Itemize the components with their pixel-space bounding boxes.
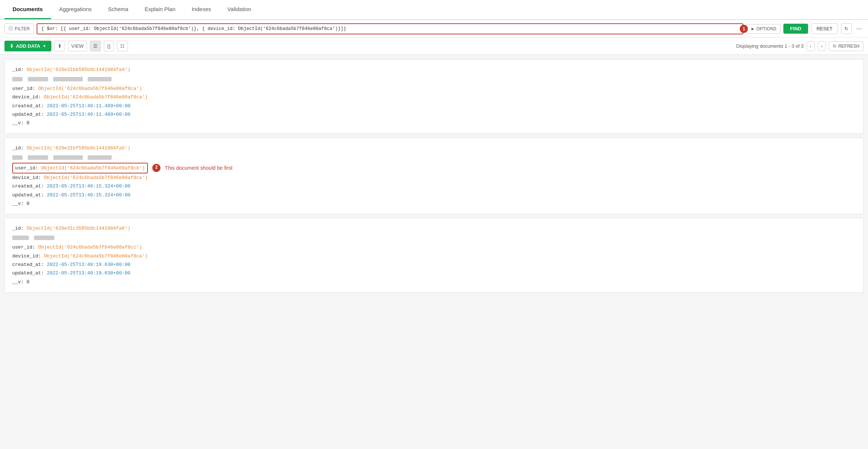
doc3-redacted-line <box>12 234 856 242</box>
refresh-label: REFRESH <box>838 44 859 49</box>
documents-area: _id: ObjectId('628e31bb595b8c1441984fa4'… <box>0 55 868 297</box>
doc3-created-at-line: created_at: 2022-05-25T13:40:19.630+00:0… <box>12 260 856 269</box>
doc2-device-id-line: device_id: ObjectId('624c6bada5b7f846e80… <box>12 173 856 182</box>
step-badge-2: 2 <box>152 164 160 172</box>
table-view-button[interactable]: ☷ <box>117 41 128 51</box>
doc2-updated-at-line: updated_at: 2022-05-25T13:40:15.324+00:0… <box>12 191 856 199</box>
doc3-user-id-line: user_id: ObjectId('624c6bada5b7f846e80af… <box>12 243 856 251</box>
download-icon: ⬇ <box>10 43 14 49</box>
doc3-updated-at-line: updated_at: 2022-05-25T13:40:19.630+00:0… <box>12 269 856 277</box>
tab-schema[interactable]: Schema <box>100 0 136 19</box>
upload-button[interactable]: ⬆ <box>54 41 65 51</box>
filter-icon: ⓘ <box>9 26 13 32</box>
doc1-user-id-line: user_id: ObjectId('624c6bada5b7f846e80af… <box>12 84 856 93</box>
doc3-id-line: _id: ObjectId('628e31c3595b8c1441984fa6'… <box>12 224 856 233</box>
history-button[interactable]: ↻ <box>841 23 852 34</box>
options-button[interactable]: ► OPTIONS <box>746 24 780 34</box>
doc2-user-id-line: user_id: ObjectId('624c6bada5b7f846e80af… <box>12 163 856 173</box>
step-badge-1: 1 <box>740 25 748 33</box>
tab-validation[interactable]: Validation <box>219 0 260 19</box>
tabs-bar: Documents Aggregations Schema Explain Pl… <box>0 0 868 20</box>
triangle-icon: ► <box>750 26 755 31</box>
action-bar: ⬇ ADD DATA ▼ ⬆ VIEW ☰ {} ☷ Displaying do… <box>0 38 868 55</box>
find-button[interactable]: FIND <box>783 24 808 34</box>
reset-button[interactable]: RESET <box>811 23 838 34</box>
json-view-button[interactable]: {} <box>104 41 114 51</box>
tab-explain-plan[interactable]: Explain Plan <box>136 0 183 19</box>
more-options-button[interactable]: ⋯ <box>855 23 864 34</box>
filter-label: FILTER <box>15 26 30 31</box>
pagination-info: Displaying documents 1 - 3 of 3 <box>736 43 804 49</box>
query-input[interactable] <box>37 23 743 34</box>
list-view-button[interactable]: ☰ <box>90 41 101 51</box>
document-card-1: _id: ObjectId('628e31bb595b8c1441984fa4'… <box>4 59 864 134</box>
view-label-button[interactable]: VIEW <box>68 41 87 51</box>
tab-documents[interactable]: Documents <box>4 0 51 19</box>
doc1-device-id-line: device_id: ObjectId('624c6bada5b7f846e80… <box>12 93 856 101</box>
filter-button[interactable]: ⓘ FILTER <box>4 23 34 34</box>
filter-toolbar: ⓘ FILTER 1 ► OPTIONS FIND RESET ↻ ⋯ <box>0 20 868 38</box>
next-page-button[interactable]: › <box>818 41 826 51</box>
doc2-id-line: _id: ObjectId('628e31bf595b8c1441984fa5'… <box>12 144 856 152</box>
annotation-text: This document should be first <box>165 163 233 173</box>
doc2-created-at-line: created_at: 2023-05-25T13:40:15.324+00:0… <box>12 182 856 190</box>
refresh-button[interactable]: ↻ REFRESH <box>829 41 864 51</box>
document-card-3: _id: ObjectId('628e31c3595b8c1441984fa6'… <box>4 218 864 293</box>
doc1-redacted-line <box>12 75 856 83</box>
doc3-device-id-line: device_id: ObjectId('624c6bada5b7f846e80… <box>12 252 856 260</box>
refresh-icon: ↻ <box>833 44 837 49</box>
doc1-created-at-line: created_at: 2022-05-25T13:40:11.489+00:0… <box>12 102 856 110</box>
doc2-redacted-line <box>12 153 856 162</box>
tab-aggregations[interactable]: Aggregations <box>51 0 100 19</box>
add-data-label: ADD DATA <box>16 43 40 49</box>
doc3-v-line: __v: 0 <box>12 278 856 286</box>
doc1-id-line: _id: ObjectId('628e31bb595b8c1441984fa4'… <box>12 65 856 74</box>
prev-page-button[interactable]: ‹ <box>807 41 815 51</box>
document-card-2: _id: ObjectId('628e31bf595b8c1441984fa5'… <box>4 138 864 215</box>
add-data-button[interactable]: ⬇ ADD DATA ▼ <box>4 41 51 51</box>
doc2-v-line: __v: 0 <box>12 199 856 208</box>
dropdown-arrow-icon: ▼ <box>43 44 46 48</box>
doc1-v-line: __v: 0 <box>12 119 856 127</box>
options-label: OPTIONS <box>756 26 776 31</box>
tab-indexes[interactable]: Indexes <box>184 0 220 19</box>
doc1-updated-at-line: updated_at: 2022-05-25T13:40:11.489+00:0… <box>12 110 856 119</box>
